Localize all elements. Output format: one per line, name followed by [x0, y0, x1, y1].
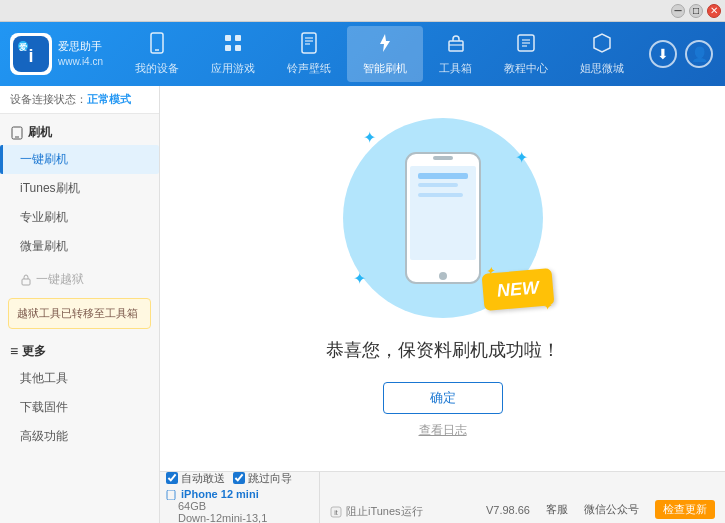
sidebar-item-download-firmware[interactable]: 下载固件 — [0, 393, 159, 422]
nav-my-device[interactable]: 我的设备 — [119, 26, 195, 82]
bottom-main: it 阻止iTunes运行 V7.98.66 客服 微信公众号 检查更新 — [320, 472, 725, 523]
svg-rect-9 — [235, 45, 241, 51]
sparkle1: ✦ — [363, 128, 376, 147]
itunes-label-area: it 阻止iTunes运行 — [330, 504, 423, 519]
version-text: V7.98.66 — [486, 504, 530, 516]
sidebar-item-micro-flash[interactable]: 微量刷机 — [0, 232, 159, 261]
ringtones-icon — [298, 32, 320, 59]
flash-section-icon — [10, 126, 24, 140]
nav-tabs: 我的设备 应用游戏 铃声壁纸 智能刷机 工具箱 — [110, 26, 649, 82]
sidebar-item-other-tools[interactable]: 其他工具 — [0, 364, 159, 393]
svg-rect-7 — [235, 35, 241, 41]
content-area: ✦ ✦ ✦ NEW 恭喜 — [160, 86, 725, 523]
lock-icon — [20, 274, 32, 286]
svg-rect-25 — [433, 156, 453, 160]
header-right: ⬇ 👤 — [649, 40, 725, 68]
nav-weibo-shop[interactable]: 姐思微城 — [564, 26, 640, 82]
title-bar: ─ □ ✕ — [0, 0, 725, 22]
nav-ringtones[interactable]: 铃声壁纸 — [271, 26, 347, 82]
svg-rect-14 — [449, 41, 463, 51]
wechat-link[interactable]: 微信公众号 — [584, 502, 639, 517]
device-name: iPhone 12 mini — [166, 488, 313, 500]
nav-tutorial[interactable]: 教程中心 — [488, 26, 564, 82]
bottom-left: 自动敢送 跳过向导 iPhone 12 mini 64GB Down-12min… — [160, 472, 320, 523]
svg-rect-6 — [225, 35, 231, 41]
sidebar-jailbreak-notice: 越狱工具已转移至工具箱 — [8, 298, 151, 329]
maximize-btn[interactable]: □ — [689, 4, 703, 18]
svg-text:it: it — [334, 509, 338, 516]
new-badge: NEW — [481, 268, 554, 311]
checkbox-group: 自动敢送 跳过向导 — [166, 471, 313, 486]
success-message: 恭喜您，保资料刷机成功啦！ — [326, 338, 560, 362]
auto-launch-checkbox[interactable] — [166, 472, 178, 484]
close-btn[interactable]: ✕ — [707, 4, 721, 18]
smart-flash-icon — [374, 32, 396, 59]
secondary-link[interactable]: 查看日志 — [419, 422, 467, 439]
nav-my-device-label: 我的设备 — [135, 61, 179, 76]
nav-apps-games-label: 应用游戏 — [211, 61, 255, 76]
auto-launch-checkbox-wrap[interactable]: 自动敢送 — [166, 471, 225, 486]
minimize-btn[interactable]: ─ — [671, 4, 685, 18]
toolbox-icon — [445, 32, 467, 59]
guide-label: 跳过向导 — [248, 471, 292, 486]
device-phone-icon — [166, 490, 176, 500]
svg-text:i: i — [28, 46, 33, 66]
more-section-icon: ≡ — [10, 343, 18, 359]
device-status-label: 设备连接状态： — [10, 93, 87, 105]
sidebar-item-advanced[interactable]: 高级功能 — [0, 422, 159, 451]
nav-toolbox-label: 工具箱 — [439, 61, 472, 76]
header: i 爱 爱思助手 www.i4.cn 我的设备 应用游戏 铃 — [0, 22, 725, 86]
phone-svg — [398, 148, 488, 288]
sidebar-jailbreak-disabled: 一键越狱 — [0, 265, 159, 294]
sidebar-item-itunes-flash[interactable]: iTunes刷机 — [0, 174, 159, 203]
logo-area: i 爱 爱思助手 www.i4.cn — [0, 33, 110, 75]
sidebar-item-one-click-flash[interactable]: 一键刷机 — [0, 145, 159, 174]
device-model: Down-12mini-13,1 — [166, 512, 313, 523]
auto-launch-label: 自动敢送 — [181, 471, 225, 486]
main-content: ✦ ✦ ✦ NEW 恭喜 — [160, 86, 725, 471]
tutorial-icon — [515, 32, 537, 59]
bottom-right-links: V7.98.66 客服 微信公众号 检查更新 — [486, 500, 715, 519]
guide-checkbox[interactable] — [233, 472, 245, 484]
itunes-label: 阻止iTunes运行 — [346, 504, 423, 519]
svg-rect-24 — [410, 166, 476, 260]
device-status: 设备连接状态：正常模式 — [0, 86, 159, 114]
sidebar-item-pro-flash[interactable]: 专业刷机 — [0, 203, 159, 232]
sparkle2: ✦ — [515, 148, 528, 167]
svg-rect-8 — [225, 45, 231, 51]
phone-illustration: ✦ ✦ ✦ NEW — [343, 118, 543, 318]
nav-apps-games[interactable]: 应用游戏 — [195, 26, 271, 82]
nav-smart-flash-label: 智能刷机 — [363, 61, 407, 76]
user-btn[interactable]: 👤 — [685, 40, 713, 68]
logo-name: 爱思助手 — [58, 39, 103, 54]
device-name-text: iPhone 12 mini — [181, 488, 259, 500]
svg-rect-27 — [418, 173, 468, 179]
device-info: iPhone 12 mini 64GB Down-12mini-13,1 — [166, 488, 313, 523]
download-btn[interactable]: ⬇ — [649, 40, 677, 68]
nav-ringtones-label: 铃声壁纸 — [287, 61, 331, 76]
logo-icon: i 爱 — [10, 33, 52, 75]
nav-smart-flash[interactable]: 智能刷机 — [347, 26, 423, 82]
svg-rect-29 — [418, 193, 463, 197]
weibo-shop-icon — [591, 32, 613, 59]
service-link[interactable]: 客服 — [546, 502, 568, 517]
guide-checkbox-wrap[interactable]: 跳过向导 — [233, 471, 292, 486]
svg-rect-22 — [22, 279, 30, 285]
my-device-icon — [146, 32, 168, 59]
svg-text:爱: 爱 — [19, 42, 27, 52]
sidebar: 设备连接状态：正常模式 刷机 一键刷机 iTunes刷机 专业刷机 微量刷机 — [0, 86, 160, 523]
sidebar-section-more-title: ≡ 更多 — [0, 337, 159, 364]
sidebar-section-jailbreak: 一键越狱 越狱工具已转移至工具箱 — [0, 265, 159, 333]
svg-point-26 — [439, 272, 447, 280]
apps-games-icon — [222, 32, 244, 59]
update-btn[interactable]: 检查更新 — [655, 500, 715, 519]
svg-rect-30 — [167, 490, 175, 500]
sidebar-section-flash: 刷机 一键刷机 iTunes刷机 专业刷机 微量刷机 — [0, 118, 159, 261]
sidebar-section-more: ≡ 更多 其他工具 下载固件 高级功能 — [0, 337, 159, 451]
confirm-button[interactable]: 确定 — [383, 382, 503, 414]
sparkle3: ✦ — [353, 269, 366, 288]
svg-rect-10 — [302, 33, 316, 53]
nav-tutorial-label: 教程中心 — [504, 61, 548, 76]
nav-toolbox[interactable]: 工具箱 — [423, 26, 488, 82]
device-storage: 64GB — [166, 500, 313, 512]
